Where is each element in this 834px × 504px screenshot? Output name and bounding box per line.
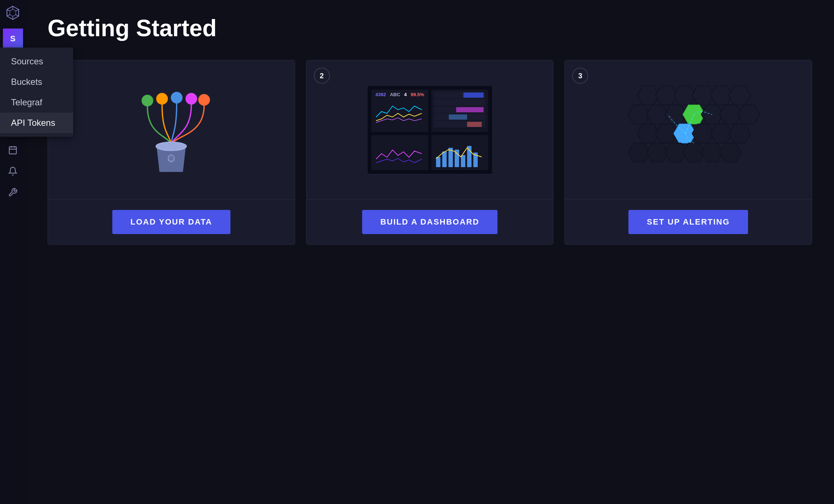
build-dashboard-button[interactable]: BUILD A DASHBOARD [362, 210, 498, 234]
svg-marker-55 [738, 105, 760, 124]
dropdown-buckets[interactable]: Buckets [0, 72, 73, 92]
build-dashboard-card: 2 4392 ABC 4 99.5% [306, 60, 554, 245]
dropdown-sources[interactable]: Sources [0, 51, 73, 72]
card-1-visual: 1 [48, 60, 295, 199]
bell-nav-item[interactable] [4, 162, 22, 180]
stat-1: 4392 [375, 92, 386, 97]
svg-rect-28 [463, 93, 484, 98]
stat-3: 4 [404, 92, 407, 97]
svg-point-13 [142, 95, 153, 106]
cards-container: 1 [48, 60, 812, 245]
svg-point-16 [185, 93, 197, 105]
svg-point-17 [198, 94, 210, 106]
svg-rect-37 [442, 151, 447, 167]
svg-marker-67 [720, 143, 741, 162]
main-content: Getting Started 1 [26, 0, 834, 504]
card-2-visual: 2 4392 ABC 4 99.5% [307, 60, 553, 199]
svg-rect-31 [467, 122, 482, 127]
svg-rect-29 [456, 107, 484, 112]
svg-line-7 [7, 10, 10, 11]
app-logo [4, 4, 22, 22]
svg-point-15 [171, 92, 183, 104]
stat-2: ABC [390, 92, 400, 97]
card-3-visual: 3 [565, 60, 812, 199]
setup-alerting-card: 3 [564, 60, 812, 245]
step-badge-3: 3 [572, 68, 588, 84]
svg-line-4 [16, 15, 19, 16]
svg-point-14 [156, 93, 168, 105]
user-avatar[interactable]: S [3, 29, 23, 49]
card-2-footer: BUILD A DASHBOARD [307, 200, 553, 244]
step-badge-2: 2 [314, 68, 330, 84]
svg-rect-24 [434, 99, 485, 106]
svg-marker-61 [729, 124, 751, 143]
card-3-footer: SET UP ALERTING [565, 200, 812, 244]
card-1-footer: LOAD YOUR DATA [48, 200, 295, 244]
svg-marker-1 [10, 9, 16, 16]
wrench-nav-item[interactable] [4, 183, 22, 202]
stat-4: 99.5% [411, 92, 424, 97]
svg-line-3 [16, 10, 19, 11]
load-data-button[interactable]: LOAD YOUR DATA [112, 210, 231, 234]
svg-rect-40 [461, 155, 465, 167]
svg-marker-48 [729, 86, 751, 105]
dropdown-menu: Sources Buckets Telegraf API Tokens [0, 48, 73, 137]
svg-rect-9 [9, 147, 16, 154]
dropdown-telegraf[interactable]: Telegraf [0, 92, 73, 113]
svg-rect-30 [449, 114, 467, 120]
svg-line-6 [7, 15, 10, 16]
setup-alerting-button[interactable]: SET UP ALERTING [628, 210, 748, 234]
calendar-nav-item[interactable] [4, 141, 22, 159]
dropdown-api-tokens[interactable]: API Tokens [0, 113, 73, 133]
load-data-card: 1 [48, 60, 295, 245]
svg-rect-41 [467, 146, 472, 167]
page-title: Getting Started [48, 15, 812, 42]
